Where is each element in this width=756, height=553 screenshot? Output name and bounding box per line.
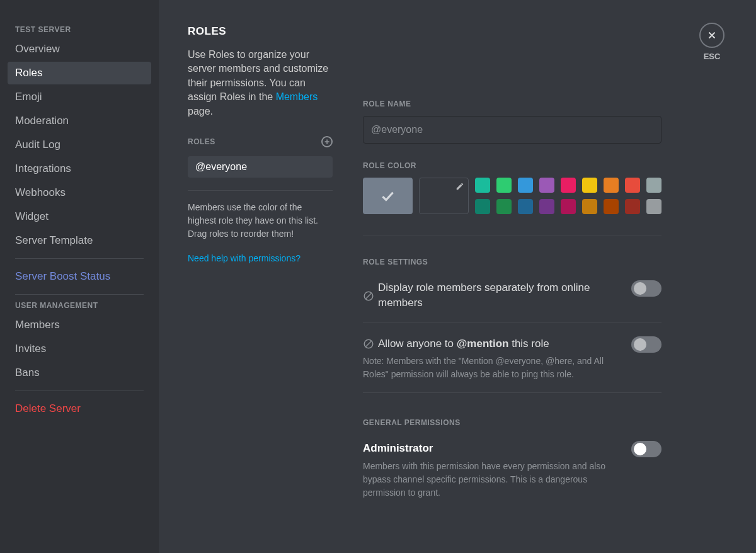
role-settings-label: ROLE SETTINGS	[363, 258, 662, 266]
color-swatch[interactable]	[518, 178, 533, 193]
close-button[interactable]	[699, 23, 724, 48]
color-swatch[interactable]	[582, 199, 597, 214]
svg-line-1	[366, 293, 372, 299]
color-swatch[interactable]	[561, 199, 576, 214]
add-role-button[interactable]: +	[321, 136, 333, 147]
sidebar-item-roles[interactable]: Roles	[8, 62, 151, 84]
settings-sidebar: TEST SERVER Overview Roles Emoji Moderat…	[0, 0, 159, 553]
setting-text: Allow anyone to	[378, 338, 457, 350]
check-icon	[379, 188, 396, 204]
setting-allow-mention: Allow anyone to @mention this role Note:…	[363, 336, 662, 393]
mention-bold: @mention	[457, 338, 509, 350]
divider	[15, 258, 144, 259]
color-swatch[interactable]	[496, 178, 512, 193]
default-color-swatch[interactable]	[363, 178, 413, 214]
color-swatch[interactable]	[625, 199, 640, 214]
user-management-header: USER MANAGEMENT	[8, 301, 151, 312]
sidebar-item-audit-log[interactable]: Audit Log	[8, 134, 151, 156]
sidebar-item-members[interactable]: Members	[8, 314, 151, 336]
color-swatch[interactable]	[539, 178, 554, 193]
role-editor-column: ROLE NAME ROLE COLOR	[363, 25, 724, 528]
color-swatch-grid	[475, 178, 662, 214]
setting-display-separately: Display role members separately from onl…	[363, 280, 662, 322]
esc-label: ESC	[699, 52, 724, 61]
close-column: ESC	[699, 23, 724, 61]
main-panel: ESC ROLES Use Roles to organize your ser…	[159, 0, 756, 553]
page-description: Use Roles to organize your server member…	[188, 48, 333, 118]
sidebar-item-emoji[interactable]: Emoji	[8, 86, 151, 108]
color-swatch[interactable]	[604, 199, 619, 214]
sidebar-item-integrations[interactable]: Integrations	[8, 157, 151, 180]
role-color-label: ROLE COLOR	[363, 161, 662, 170]
color-swatch[interactable]	[496, 199, 512, 214]
color-swatch[interactable]	[604, 178, 619, 193]
divider	[363, 392, 662, 393]
custom-color-swatch[interactable]	[419, 178, 469, 214]
sidebar-item-webhooks[interactable]: Webhooks	[8, 181, 151, 204]
sidebar-item-widget[interactable]: Widget	[8, 205, 151, 228]
roles-label: ROLES	[188, 137, 215, 146]
color-swatch[interactable]	[475, 178, 490, 193]
toggle-allow-mention[interactable]	[631, 336, 662, 353]
pencil-icon	[455, 182, 464, 191]
color-swatch[interactable]	[646, 178, 662, 193]
close-icon	[706, 30, 718, 41]
sidebar-item-bans[interactable]: Bans	[8, 362, 151, 384]
sidebar-item-invites[interactable]: Invites	[8, 338, 151, 360]
divider	[15, 391, 144, 391]
sidebar-item-overview[interactable]: Overview	[8, 38, 151, 60]
permission-description: Members with this permission have every …	[363, 460, 619, 499]
page-title: ROLES	[188, 25, 333, 38]
role-color-group: ROLE COLOR	[363, 161, 662, 214]
sidebar-item-server-template[interactable]: Server Template	[8, 229, 151, 252]
sidebar-item-delete-server[interactable]: Delete Server	[8, 397, 151, 420]
divider	[188, 190, 333, 191]
color-swatch[interactable]	[625, 178, 640, 193]
permission-administrator: Administrator Members with this permissi…	[363, 441, 662, 511]
prohibit-icon	[363, 290, 374, 302]
role-name-input[interactable]	[363, 116, 662, 144]
role-name-group: ROLE NAME	[363, 100, 662, 144]
server-name-header: TEST SERVER	[8, 25, 151, 37]
svg-line-3	[366, 341, 372, 347]
permission-title: Administrator	[363, 441, 619, 456]
role-name-label: ROLE NAME	[363, 100, 662, 108]
setting-title: Display role members separately from onl…	[363, 280, 619, 311]
divider	[363, 322, 662, 322]
color-swatch[interactable]	[561, 178, 576, 193]
permissions-help-link[interactable]: Need help with permissions?	[188, 253, 333, 263]
prohibit-icon	[363, 338, 374, 350]
setting-note: Note: Members with the "Mention @everyon…	[363, 355, 619, 381]
color-swatch[interactable]	[646, 199, 662, 214]
roles-hint: Members use the color of the highest rol…	[188, 201, 333, 241]
color-swatch[interactable]	[518, 199, 533, 214]
toggle-display-separately[interactable]	[631, 280, 662, 297]
members-link[interactable]: Members	[276, 91, 318, 102]
color-swatch[interactable]	[539, 199, 554, 214]
divider	[15, 294, 144, 295]
role-list-item-everyone[interactable]: @everyone	[188, 156, 333, 178]
setting-text: this role	[508, 338, 549, 350]
setting-text: Display role members separately from onl…	[378, 280, 619, 311]
sidebar-item-server-boost[interactable]: Server Boost Status	[8, 265, 151, 288]
color-swatch[interactable]	[475, 199, 490, 214]
desc-text: page.	[188, 106, 213, 117]
roles-list-header: ROLES +	[188, 136, 333, 147]
general-permissions-label: GENERAL PERMISSIONS	[363, 418, 662, 427]
divider	[363, 236, 662, 236]
setting-title: Allow anyone to @mention this role	[363, 336, 619, 351]
roles-list-column: ROLES Use Roles to organize your server …	[188, 25, 333, 528]
toggle-administrator[interactable]	[631, 441, 662, 457]
color-swatch[interactable]	[582, 178, 597, 193]
sidebar-item-moderation[interactable]: Moderation	[8, 110, 151, 132]
